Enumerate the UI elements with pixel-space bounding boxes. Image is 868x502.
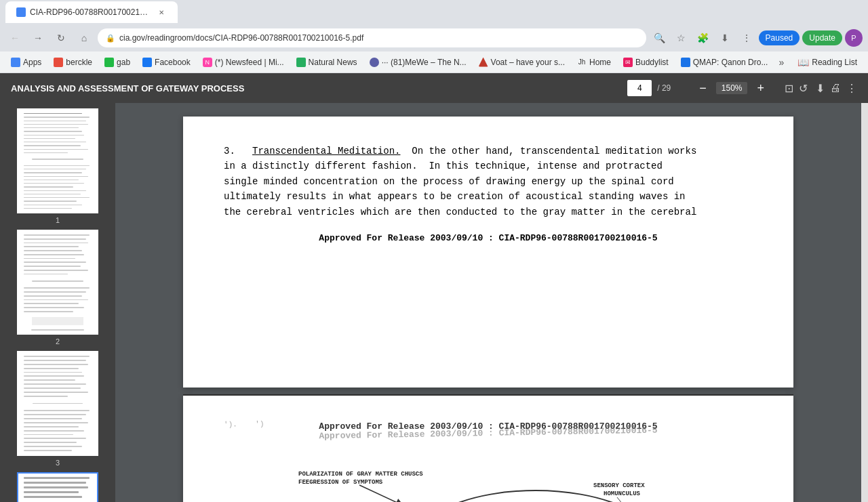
thumb-page-2 bbox=[17, 230, 98, 335]
pdf-page-total: / 29 bbox=[657, 83, 671, 93]
back-button[interactable]: ← bbox=[5, 28, 24, 47]
thumbnail-4[interactable]: 4 bbox=[5, 472, 110, 502]
svg-text:HOMUNCULUS: HOMUNCULUS bbox=[604, 490, 641, 497]
naturalnews-favicon bbox=[296, 58, 306, 67]
bookmark-apps-label: Apps bbox=[23, 58, 41, 67]
bookmark-newsfeed[interactable]: N (*) Newsfeed | Mi... bbox=[197, 55, 290, 70]
stamp-area: '). ') Approved For Release 2003/09/10 :… bbox=[224, 416, 753, 457]
extensions-icon[interactable]: 🧩 bbox=[694, 28, 713, 47]
tab-title: CIA-RDP96-00788R001700210016-5.pdf bbox=[30, 7, 152, 17]
svg-text:FEEGRESSION OF SYMPTOMS: FEEGRESSION OF SYMPTOMS bbox=[298, 479, 383, 486]
pdf-page-input[interactable] bbox=[627, 80, 652, 96]
qmap-favicon bbox=[681, 58, 690, 67]
bookmark-gab-label: gab bbox=[117, 58, 130, 67]
tab-favicon bbox=[16, 7, 26, 17]
scroll-bar-right[interactable] bbox=[861, 103, 868, 502]
apps-favicon bbox=[11, 58, 20, 67]
pdf-approval-stamp-1: Approved For Release 2003/09/10 : CIA-RD… bbox=[224, 233, 753, 243]
svg-text:POLARIZATION OF GRAY MATTER CH: POLARIZATION OF GRAY MATTER CHUSCS bbox=[298, 471, 423, 478]
profile-avatar[interactable]: P bbox=[845, 29, 863, 47]
paused-label: Paused bbox=[766, 33, 793, 43]
thumb-num-2: 2 bbox=[56, 337, 60, 346]
pdf-zoom-in-button[interactable]: + bbox=[753, 80, 768, 97]
voat-favicon bbox=[479, 58, 488, 67]
pdf-page-view-bottom: '). ') Approved For Release 2003/09/10 :… bbox=[183, 396, 793, 502]
bookmark-buddylist[interactable]: ✉ Buddylist bbox=[618, 55, 674, 70]
pdf-fit-page-icon[interactable]: ⊡ bbox=[785, 82, 793, 95]
home-favicon: Jh bbox=[577, 58, 587, 67]
pdf-download-icon[interactable]: ⬇ bbox=[816, 82, 825, 95]
bookmark-star-icon[interactable]: ☆ bbox=[672, 28, 691, 47]
thumbnail-1[interactable]: 1 bbox=[5, 108, 110, 224]
pdf-title: ANALYSIS AND ASSESSMENT OF GATEWAY PROCE… bbox=[11, 83, 619, 93]
tab-close-button[interactable]: ✕ bbox=[156, 7, 167, 18]
buddylist-favicon: ✉ bbox=[623, 58, 633, 67]
bookmark-mewe-label: ··· (81)MeWe – The N... bbox=[382, 58, 467, 67]
bookmark-apps[interactable]: Apps bbox=[5, 55, 47, 70]
lock-icon: 🔒 bbox=[106, 34, 115, 43]
gab-favicon bbox=[104, 58, 114, 67]
pdf-rotate-icon[interactable]: ↺ bbox=[799, 82, 808, 95]
search-icon[interactable]: 🔍 bbox=[650, 28, 669, 47]
browser-chrome: CIA-RDP96-00788R001700210016-5.pdf ✕ ← →… bbox=[0, 0, 868, 73]
tab-bar: CIA-RDP96-00788R001700210016-5.pdf ✕ bbox=[0, 0, 868, 24]
bookmarks-more-button[interactable]: » bbox=[774, 54, 788, 70]
reading-list-icon: 📖 bbox=[797, 57, 809, 68]
pdf-more-icon[interactable]: ⋮ bbox=[846, 82, 857, 95]
menu-icon[interactable]: ⋮ bbox=[737, 28, 756, 47]
paused-button[interactable]: Paused bbox=[759, 30, 800, 45]
bookmark-naturalnews[interactable]: Natural News bbox=[291, 55, 363, 70]
thumb-num-1: 1 bbox=[56, 216, 60, 224]
pdf-print-icon[interactable]: 🖨 bbox=[830, 82, 841, 94]
svg-line-2 bbox=[359, 485, 400, 502]
bookmark-voat-label: Voat – have your s... bbox=[491, 58, 565, 67]
bookmark-naturalnews-label: Natural News bbox=[309, 58, 357, 67]
facebook-favicon bbox=[142, 58, 152, 67]
thumb-num-3: 3 bbox=[56, 459, 60, 467]
reading-list-label: Reading List bbox=[812, 58, 857, 67]
bookmark-home[interactable]: Jh Home bbox=[572, 55, 616, 70]
pdf-toolbar: ANALYSIS AND ASSESSMENT OF GATEWAY PROCE… bbox=[0, 73, 868, 103]
mewe-favicon bbox=[370, 58, 379, 67]
url-bar[interactable]: 🔒 cia.gov/readingroom/docs/CIA-RDP96-007… bbox=[98, 28, 646, 47]
active-tab[interactable]: CIA-RDP96-00788R001700210016-5.pdf ✕ bbox=[5, 1, 178, 23]
pdf-page-controls: / 29 − 150% + ⊡ ↺ bbox=[627, 80, 808, 97]
pdf-content-area[interactable]: 3. Transcendental Meditation. On the oth… bbox=[115, 103, 861, 502]
bookmark-mewe[interactable]: ··· (81)MeWe – The N... bbox=[364, 55, 472, 70]
thumbnails-sidebar: 1 bbox=[0, 103, 115, 502]
pdf-zoom-out-button[interactable]: − bbox=[695, 80, 711, 97]
berckle-favicon bbox=[54, 58, 63, 67]
url-text: cia.gov/readingroom/docs/CIA-RDP96-00788… bbox=[119, 33, 638, 43]
bookmark-qmap-label: QMAP: Qanon Dro... bbox=[693, 58, 768, 67]
update-label: Update bbox=[809, 33, 835, 43]
newsfeed-favicon: N bbox=[203, 58, 212, 67]
forward-button[interactable]: → bbox=[28, 28, 47, 47]
bookmark-home-label: Home bbox=[589, 58, 611, 67]
thumb-page-3 bbox=[17, 351, 98, 456]
thumbnail-2[interactable]: 2 bbox=[5, 230, 110, 346]
toolbar-right: 🔍 ☆ 🧩 ⬇ ⋮ Paused Update P bbox=[650, 28, 863, 47]
downloads-icon[interactable]: ⬇ bbox=[715, 28, 734, 47]
bookmark-berckle-label: berckle bbox=[66, 58, 92, 67]
bookmark-facebook[interactable]: Facebook bbox=[137, 55, 196, 70]
bookmark-facebook-label: Facebook bbox=[155, 58, 191, 67]
bookmark-buddylist-label: Buddylist bbox=[635, 58, 669, 67]
address-bar: ← → ↻ ⌂ 🔒 cia.gov/readingroom/docs/CIA-R… bbox=[0, 24, 868, 51]
reading-list-button[interactable]: 📖 Reading List bbox=[792, 54, 863, 70]
bookmark-voat[interactable]: Voat – have your s... bbox=[473, 55, 570, 70]
thumb-page-4 bbox=[17, 472, 98, 502]
bookmarks-bar: Apps berckle gab Facebook N (*) Newsfeed… bbox=[0, 51, 868, 73]
thumbnail-3[interactable]: 3 bbox=[5, 351, 110, 467]
bookmark-gab[interactable]: gab bbox=[99, 55, 136, 70]
pdf-main: 1 bbox=[0, 103, 868, 502]
home-button[interactable]: ⌂ bbox=[75, 28, 94, 47]
bookmark-qmap[interactable]: QMAP: Qanon Dro... bbox=[675, 55, 774, 70]
svg-text:SENSORY CORTEX: SENSORY CORTEX bbox=[593, 482, 645, 489]
update-button[interactable]: Update bbox=[802, 30, 842, 45]
pdf-page-view-top: 3. Transcendental Meditation. On the oth… bbox=[183, 117, 793, 388]
svg-line-14 bbox=[617, 497, 631, 502]
brain-diagram-container: POLARIZATION OF GRAY MATTER CHUSCS FEEGR… bbox=[224, 463, 753, 502]
bookmark-berckle[interactable]: berckle bbox=[48, 55, 98, 70]
pdf-zoom-level: 150% bbox=[716, 82, 748, 94]
reload-button[interactable]: ↻ bbox=[52, 28, 71, 47]
